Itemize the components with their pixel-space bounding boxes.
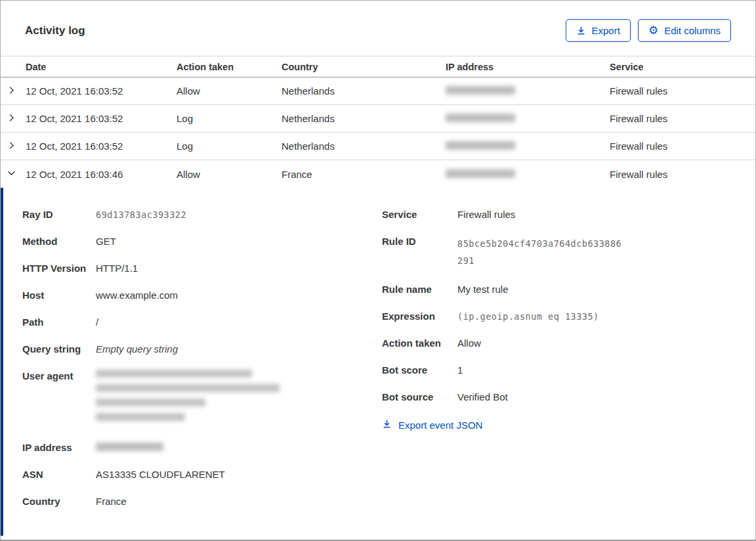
redacted-ip-address [96,441,163,454]
detail-field-ray-id: Ray ID 69d13783ac393322 [22,208,382,221]
cell-action: Log [177,141,282,152]
chevron-right-icon [7,85,16,97]
detail-field-query-string: Query string Empty query string [22,343,382,356]
detail-field-action-taken: Action taken Allow [382,337,755,350]
edit-columns-button[interactable]: ⚙ Edit columns [638,19,731,42]
chevron-down-icon [7,168,16,180]
cell-date: 12 Oct, 2021 16:03:46 [26,169,177,180]
column-header-country: Country [282,62,446,72]
detail-field-http-version: HTTP Version HTTP/1.1 [22,262,382,275]
export-button[interactable]: Export [566,19,631,42]
export-event-json-label: Export event JSON [398,420,482,431]
detail-field-service: Service Firewall rules [382,208,755,221]
detail-field-method: Method GET [22,235,382,248]
cell-ip-redacted [446,85,610,97]
detail-right-column: Service Firewall rules Rule ID 85bce5b20… [382,208,755,431]
detail-field-user-agent: User agent [22,370,382,427]
gear-icon: ⚙ [648,25,658,36]
export-button-label: Export [592,25,620,36]
download-icon [576,26,586,35]
detail-field-host: Host www.example.com [22,289,382,302]
detail-field-path: Path / [22,316,382,329]
cell-date: 12 Oct, 2021 16:03:52 [26,141,177,152]
table-row[interactable]: 12 Oct, 2021 16:03:52 Log Netherlands Fi… [1,105,755,133]
cell-date: 12 Oct, 2021 16:03:52 [26,85,177,97]
detail-field-rule-name: Rule name My test rule [382,283,755,296]
expand-row-button[interactable] [1,113,26,125]
expand-row-button[interactable] [1,85,26,97]
export-event-json-link[interactable]: Export event JSON [382,419,482,431]
cell-service: Firewall rules [610,141,755,152]
cell-country: Netherlands [282,85,446,97]
table-header: Date Action taken Country IP address Ser… [1,56,755,77]
table-row[interactable]: 12 Oct, 2021 16:03:52 Log Netherlands Fi… [1,133,755,160]
cell-country: Netherlands [282,113,446,124]
expand-row-button[interactable] [1,141,26,152]
detail-field-ip-address: IP address [22,441,382,454]
cell-country: Netherlands [282,141,446,152]
activity-log-panel: Activity log Export ⚙ Edit columns Date … [0,0,756,541]
detail-field-bot-source: Bot source Verified Bot [382,391,755,404]
topbar: Activity log Export ⚙ Edit columns [1,1,755,42]
cell-action: Log [177,113,282,124]
detail-field-country: Country France [22,495,382,508]
cell-ip-redacted [446,141,610,152]
detail-field-expression: Expression (ip.geoip.asnum eq 13335) [382,310,755,323]
detail-field-rule-id: Rule ID 85bce5b204cf4703a764dcb633886291 [382,235,755,269]
cell-date: 12 Oct, 2021 16:03:52 [26,113,177,124]
cell-country: France [282,169,446,180]
detail-field-asn: ASN AS13335 CLOUDFLARENET [22,468,382,481]
cell-service: Firewall rules [610,85,755,97]
column-header-ip-address: IP address [446,62,610,72]
table-row[interactable]: 12 Oct, 2021 16:03:52 Allow Netherlands … [1,77,755,105]
column-header-service: Service [610,62,755,72]
download-icon [382,419,392,431]
toolbar: Export ⚙ Edit columns [566,19,731,42]
chevron-right-icon [7,113,16,125]
column-header-action-taken: Action taken [177,62,282,72]
table-row-expanded[interactable]: 12 Oct, 2021 16:03:46 Allow France Firew… [1,160,755,188]
collapse-row-button[interactable] [1,168,26,180]
column-header-date: Date [26,62,177,72]
redacted-user-agent [96,370,280,427]
cell-action: Allow [177,85,282,97]
cell-service: Firewall rules [610,113,755,124]
edit-columns-button-label: Edit columns [664,25,721,36]
event-detail-panel: Ray ID 69d13783ac393322 Method GET HTTP … [1,188,755,536]
cell-ip-redacted [446,113,610,124]
page-title: Activity log [25,24,85,37]
cell-action: Allow [177,169,282,180]
cell-ip-redacted [446,169,610,180]
chevron-right-icon [7,141,16,152]
cell-service: Firewall rules [610,169,755,180]
detail-left-column: Ray ID 69d13783ac393322 Method GET HTTP … [22,208,382,522]
detail-field-bot-score: Bot score 1 [382,364,755,377]
